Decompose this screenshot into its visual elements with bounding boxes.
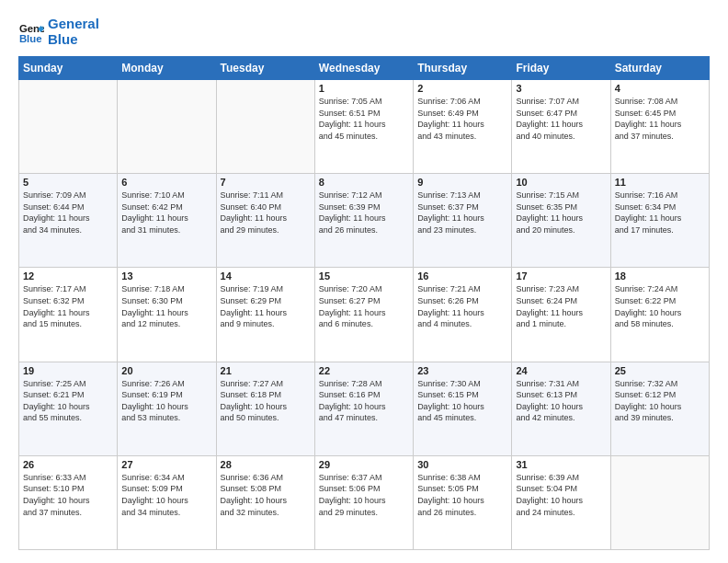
weekday-header-saturday: Saturday [610,57,709,80]
day-info: Sunrise: 7:26 AM Sunset: 6:19 PM Dayligh… [121,378,211,424]
page: General Blue General Blue SundayMondayTu… [0,0,728,563]
day-info: Sunrise: 7:27 AM Sunset: 6:18 PM Dayligh… [221,378,311,424]
calendar-week-3: 12Sunrise: 7:17 AM Sunset: 6:32 PM Dayli… [19,268,710,362]
day-number: 14 [221,270,311,282]
weekday-header-row: SundayMondayTuesdayWednesdayThursdayFrid… [19,57,710,80]
day-number: 22 [319,365,409,376]
day-number: 3 [516,83,606,94]
day-info: Sunrise: 7:13 AM Sunset: 6:37 PM Dayligh… [417,190,507,236]
day-info: Sunrise: 7:30 AM Sunset: 6:15 PM Dayligh… [417,378,507,424]
day-info: Sunrise: 7:18 AM Sunset: 6:30 PM Dayligh… [121,283,211,329]
calendar-cell: 22Sunrise: 7:28 AM Sunset: 6:16 PM Dayli… [314,362,413,455]
calendar-week-1: 1Sunrise: 7:05 AM Sunset: 6:51 PM Daylig… [19,80,710,174]
day-number: 31 [516,459,606,470]
day-info: Sunrise: 7:06 AM Sunset: 6:49 PM Dayligh… [417,96,507,142]
calendar-cell: 26Sunrise: 6:33 AM Sunset: 5:10 PM Dayli… [19,455,118,549]
day-info: Sunrise: 6:38 AM Sunset: 5:05 PM Dayligh… [417,472,507,518]
day-number: 17 [516,270,606,282]
calendar-cell: 11Sunrise: 7:16 AM Sunset: 6:34 PM Dayli… [610,174,709,268]
calendar-cell: 1Sunrise: 7:05 AM Sunset: 6:51 PM Daylig… [314,80,413,174]
day-info: Sunrise: 7:12 AM Sunset: 6:39 PM Dayligh… [319,190,409,236]
calendar-cell: 16Sunrise: 7:21 AM Sunset: 6:26 PM Dayli… [414,268,512,362]
calendar-cell: 4Sunrise: 7:08 AM Sunset: 6:45 PM Daylig… [610,80,709,174]
day-number: 27 [121,459,211,470]
calendar-cell: 15Sunrise: 7:20 AM Sunset: 6:27 PM Dayli… [314,268,413,362]
calendar-cell: 13Sunrise: 7:18 AM Sunset: 6:30 PM Dayli… [118,268,216,362]
day-number: 18 [615,270,705,282]
day-number: 20 [121,365,211,376]
day-number: 12 [23,270,113,282]
header: General Blue General Blue [18,17,710,47]
day-number: 6 [121,177,211,188]
day-number: 13 [121,270,211,282]
day-info: Sunrise: 7:19 AM Sunset: 6:29 PM Dayligh… [221,283,311,329]
day-info: Sunrise: 7:09 AM Sunset: 6:44 PM Dayligh… [23,190,113,236]
day-number: 25 [615,365,705,376]
day-info: Sunrise: 7:07 AM Sunset: 6:47 PM Dayligh… [516,96,606,142]
day-number: 15 [319,270,409,282]
day-info: Sunrise: 7:28 AM Sunset: 6:16 PM Dayligh… [319,378,409,424]
day-info: Sunrise: 7:05 AM Sunset: 6:51 PM Dayligh… [319,96,409,142]
calendar-cell [610,455,709,549]
day-info: Sunrise: 7:11 AM Sunset: 6:40 PM Dayligh… [221,190,311,236]
calendar-cell: 14Sunrise: 7:19 AM Sunset: 6:29 PM Dayli… [216,268,314,362]
day-info: Sunrise: 7:17 AM Sunset: 6:32 PM Dayligh… [23,283,113,329]
day-info: Sunrise: 7:25 AM Sunset: 6:21 PM Dayligh… [23,378,113,424]
day-info: Sunrise: 6:34 AM Sunset: 5:09 PM Dayligh… [121,472,211,518]
calendar-cell: 5Sunrise: 7:09 AM Sunset: 6:44 PM Daylig… [19,174,118,268]
day-number: 21 [221,365,311,376]
weekday-header-monday: Monday [118,57,216,80]
calendar-cell: 20Sunrise: 7:26 AM Sunset: 6:19 PM Dayli… [118,362,216,455]
calendar-cell: 12Sunrise: 7:17 AM Sunset: 6:32 PM Dayli… [19,268,118,362]
logo-text: General Blue [48,17,99,47]
calendar-cell: 31Sunrise: 6:39 AM Sunset: 5:04 PM Dayli… [512,455,610,549]
day-info: Sunrise: 6:37 AM Sunset: 5:06 PM Dayligh… [319,472,409,518]
day-number: 5 [23,177,113,188]
weekday-header-sunday: Sunday [19,57,118,80]
logo: General Blue General Blue [18,17,99,47]
day-number: 29 [319,459,409,470]
day-number: 24 [516,365,606,376]
calendar-cell: 25Sunrise: 7:32 AM Sunset: 6:12 PM Dayli… [610,362,709,455]
day-info: Sunrise: 7:24 AM Sunset: 6:22 PM Dayligh… [615,283,705,329]
day-number: 26 [23,459,113,470]
day-info: Sunrise: 7:20 AM Sunset: 6:27 PM Dayligh… [319,283,409,329]
weekday-header-wednesday: Wednesday [314,57,413,80]
weekday-header-friday: Friday [512,57,610,80]
calendar-week-2: 5Sunrise: 7:09 AM Sunset: 6:44 PM Daylig… [19,174,710,268]
day-info: Sunrise: 7:31 AM Sunset: 6:13 PM Dayligh… [516,378,606,424]
calendar-cell: 6Sunrise: 7:10 AM Sunset: 6:42 PM Daylig… [118,174,216,268]
calendar-cell: 3Sunrise: 7:07 AM Sunset: 6:47 PM Daylig… [512,80,610,174]
calendar-cell [216,80,314,174]
day-info: Sunrise: 7:08 AM Sunset: 6:45 PM Dayligh… [615,96,705,142]
day-number: 8 [319,177,409,188]
day-number: 23 [417,365,507,376]
calendar-cell: 10Sunrise: 7:15 AM Sunset: 6:35 PM Dayli… [512,174,610,268]
calendar-cell: 30Sunrise: 6:38 AM Sunset: 5:05 PM Dayli… [414,455,512,549]
day-info: Sunrise: 7:21 AM Sunset: 6:26 PM Dayligh… [417,283,507,329]
calendar-cell: 19Sunrise: 7:25 AM Sunset: 6:21 PM Dayli… [19,362,118,455]
calendar-cell [19,80,118,174]
calendar-cell: 17Sunrise: 7:23 AM Sunset: 6:24 PM Dayli… [512,268,610,362]
calendar-cell: 27Sunrise: 6:34 AM Sunset: 5:09 PM Dayli… [118,455,216,549]
weekday-header-tuesday: Tuesday [216,57,314,80]
calendar-cell [118,80,216,174]
day-number: 16 [417,270,507,282]
calendar-table: SundayMondayTuesdayWednesdayThursdayFrid… [18,56,710,550]
day-number: 30 [417,459,507,470]
calendar-cell: 23Sunrise: 7:30 AM Sunset: 6:15 PM Dayli… [414,362,512,455]
day-number: 2 [417,83,507,94]
logo-icon: General Blue [18,19,44,45]
calendar-cell: 9Sunrise: 7:13 AM Sunset: 6:37 PM Daylig… [414,174,512,268]
calendar-cell: 28Sunrise: 6:36 AM Sunset: 5:08 PM Dayli… [216,455,314,549]
day-number: 1 [319,83,409,94]
day-number: 10 [516,177,606,188]
day-info: Sunrise: 7:16 AM Sunset: 6:34 PM Dayligh… [615,190,705,236]
day-info: Sunrise: 7:10 AM Sunset: 6:42 PM Dayligh… [121,190,211,236]
day-number: 11 [615,177,705,188]
day-info: Sunrise: 7:15 AM Sunset: 6:35 PM Dayligh… [516,190,606,236]
day-info: Sunrise: 6:39 AM Sunset: 5:04 PM Dayligh… [516,472,606,518]
day-number: 19 [23,365,113,376]
day-info: Sunrise: 7:23 AM Sunset: 6:24 PM Dayligh… [516,283,606,329]
calendar-cell: 8Sunrise: 7:12 AM Sunset: 6:39 PM Daylig… [314,174,413,268]
